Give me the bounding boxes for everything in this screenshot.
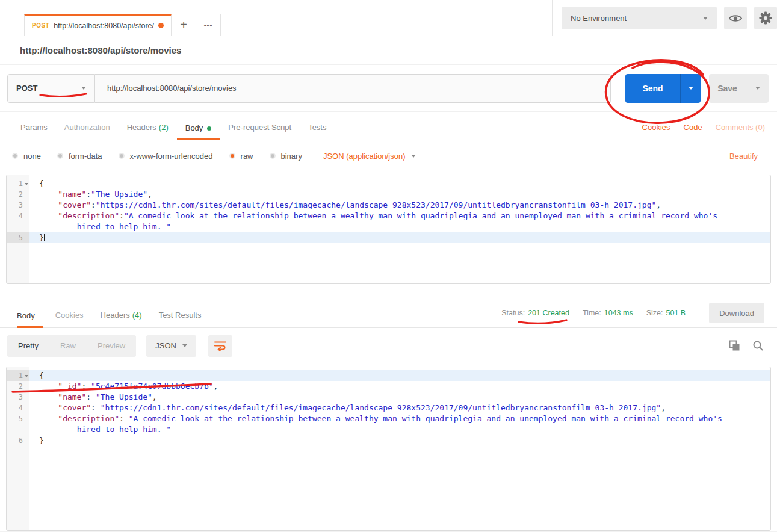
line-number (7, 221, 29, 232)
tab-tests[interactable]: Tests (300, 123, 335, 140)
code-line[interactable]: 4 "description":"A comedic look at the r… (7, 211, 770, 221)
code-link[interactable]: Code (684, 123, 702, 132)
radio-icon (270, 153, 276, 159)
radio-selected-icon (229, 153, 235, 159)
code-text: } (29, 232, 770, 243)
tab-authorization[interactable]: Authorization (56, 123, 119, 140)
gear-icon (758, 11, 773, 25)
code-line[interactable]: 4 "cover": "https://cdn1.thr.com/sites/d… (7, 403, 770, 413)
code-text: hired to help him. " (29, 221, 770, 232)
line-number: 1 (7, 370, 29, 381)
code-text: "cover": "https://cdn1.thr.com/sites/def… (29, 403, 770, 413)
more-tabs-button[interactable]: ••• (196, 14, 221, 36)
cookies-link[interactable]: Cookies (642, 123, 670, 132)
settings-button[interactable] (754, 7, 777, 29)
tab-pre-request-script[interactable]: Pre-request Script (220, 123, 300, 140)
body-filled-dot-icon (207, 126, 211, 131)
request-links: Cookies Code Comments (0) (642, 123, 765, 140)
code-text: "description":"A comedic look at the rel… (29, 211, 770, 221)
chevron-down-icon (81, 87, 86, 90)
copy-icon (729, 340, 740, 351)
save-options-button[interactable] (746, 74, 769, 103)
code-line[interactable]: 2 "_id": "5c4e715fa74c07dbbb6ecb7b", (7, 381, 770, 392)
new-tab-button[interactable]: + (172, 14, 196, 36)
save-button-group: Save (709, 74, 769, 103)
method-select[interactable]: POST (7, 74, 95, 103)
size-label: Size: (646, 309, 663, 317)
tab-headers[interactable]: Headers(2) (119, 123, 177, 140)
download-button[interactable]: Download (709, 303, 764, 323)
time-value: 1043 ms (604, 309, 633, 317)
mode-raw[interactable]: raw (229, 152, 253, 161)
save-button[interactable]: Save (709, 74, 746, 103)
send-options-button[interactable] (680, 74, 701, 103)
content-type-select[interactable]: JSON (application/json) (323, 152, 416, 161)
code-line[interactable]: 5} (7, 232, 770, 243)
request-tab[interactable]: POST http://localhost:8080/api/store/ (24, 14, 172, 36)
environment-area: No Environment (552, 0, 777, 36)
mode-form-data[interactable]: form-data (57, 152, 102, 161)
unsaved-dot-icon (158, 23, 164, 28)
beautify-link[interactable]: Beautify (729, 152, 765, 161)
postman-app: POST http://localhost:8080/api/store/ + … (0, 0, 777, 532)
mode-binary[interactable]: binary (270, 152, 302, 161)
response-tab-test-results[interactable]: Test Results (150, 311, 210, 327)
response-header: Body Cookies Headers(4) Test Results Sta… (0, 297, 777, 328)
mode-x-www-form-urlencoded[interactable]: x-www-form-urlencoded (119, 152, 213, 161)
search-response-button[interactable] (752, 340, 764, 351)
wrap-lines-button[interactable] (208, 335, 232, 357)
code-line[interactable]: 1{ (7, 178, 770, 189)
comments-link[interactable]: Comments (0) (716, 123, 765, 132)
code-line[interactable]: 3 "name": "The Upside", (7, 392, 770, 403)
response-tab-cookies[interactable]: Cookies (47, 311, 92, 327)
code-text: { (29, 178, 770, 189)
line-number: 6 (7, 435, 29, 446)
size-value: 501 B (666, 309, 686, 317)
environment-quick-look-button[interactable] (724, 7, 747, 29)
code-line[interactable]: hired to help him. " (7, 221, 770, 232)
fold-caret-icon[interactable] (25, 183, 28, 187)
fold-caret-icon[interactable] (25, 375, 28, 379)
code-text: { (29, 370, 770, 381)
line-number: 4 (7, 211, 29, 221)
code-line[interactable]: 3 "cover":"https://cdn1.thr.com/sites/de… (7, 200, 770, 211)
environment-label: No Environment (571, 14, 627, 23)
response-status-cluster: Status: 201 Created Time: 1043 ms Size: … (501, 303, 764, 323)
chevron-down-icon (755, 87, 760, 90)
response-format-select[interactable]: JSON (146, 335, 196, 357)
code-text: "name": "The Upside", (29, 392, 770, 403)
response-tab-body[interactable]: Body (17, 311, 43, 328)
request-title: http://localhost:8080/api/store/movies (0, 36, 777, 65)
divider (699, 304, 699, 322)
code-line[interactable]: 5 "description": "A comedic look at the … (7, 413, 770, 424)
wrap-text-icon (214, 340, 227, 351)
line-number: 4 (7, 403, 29, 413)
section-gap (0, 284, 777, 297)
line-number: 2 (7, 381, 29, 392)
tab-params[interactable]: Params (12, 123, 56, 140)
code-text: "description": "A comedic look at the re… (29, 413, 770, 424)
tab-body[interactable]: Body (177, 123, 220, 140)
request-body-editor[interactable]: 1{2 "name":"The Upside",3 "cover":"https… (6, 175, 771, 284)
response-headers-count-badge: (4) (132, 311, 142, 320)
environment-select[interactable]: No Environment (562, 7, 717, 29)
view-mode-segment: Pretty Raw Preview (7, 335, 136, 357)
response-tab-headers[interactable]: Headers(4) (92, 311, 150, 327)
view-pretty[interactable]: Pretty (7, 341, 49, 350)
mode-none[interactable]: none (12, 152, 41, 161)
response-body-editor[interactable]: 1{2 "_id": "5c4e715fa74c07dbbb6ecb7b",3 … (6, 367, 771, 531)
code-line[interactable]: 6} (7, 435, 770, 446)
code-line[interactable]: hired to help him. " (7, 424, 770, 435)
tab-method-badge: POST (32, 22, 49, 29)
response-toolbar-icons (729, 340, 769, 351)
view-preview[interactable]: Preview (87, 341, 136, 350)
url-input[interactable] (95, 74, 611, 103)
code-line[interactable]: 2 "name":"The Upside", (7, 189, 770, 200)
send-button-group: Send (625, 74, 701, 103)
view-raw[interactable]: Raw (49, 341, 87, 350)
send-button[interactable]: Send (625, 74, 680, 103)
copy-response-button[interactable] (729, 340, 740, 351)
code-text: hired to help him. " (29, 424, 770, 435)
line-number: 2 (7, 189, 29, 200)
code-line[interactable]: 1{ (7, 370, 770, 381)
